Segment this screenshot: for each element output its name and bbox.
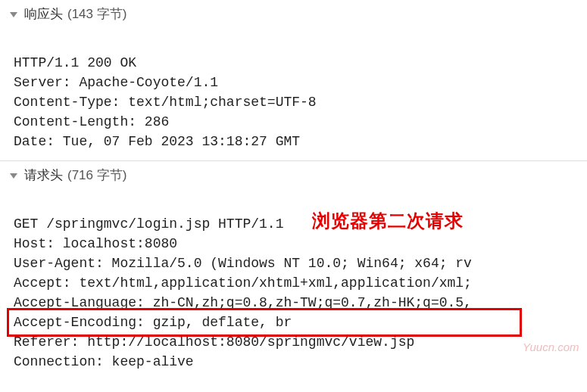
request-headers-section: 请求头 (716 字节) GET /springmvc/login.jsp HT… xyxy=(0,161,587,392)
header-line: Connection: keep-alive xyxy=(14,354,194,369)
header-line: Host: localhost:8080 xyxy=(14,236,177,251)
header-line: Accept-Language: zh-CN,zh;q=0.8,zh-TW;q=… xyxy=(14,295,472,310)
annotation-label: 浏览器第二次请求 xyxy=(312,209,464,233)
request-headers-toggle[interactable]: 请求头 (716 字节) xyxy=(0,161,587,188)
watermark-text: Yuucn.com xyxy=(523,341,579,353)
header-line: Content-Type: text/html;charset=UTF-8 xyxy=(14,95,317,110)
response-headers-size: (143 字节) xyxy=(67,5,126,23)
chevron-down-icon xyxy=(9,10,18,19)
chevron-down-icon xyxy=(9,171,18,180)
response-headers-body: HTTP/1.1 200 OK Server: Apache-Coyote/1.… xyxy=(0,27,587,160)
request-headers-size: (716 字节) xyxy=(67,166,126,184)
header-line: GET /springmvc/login.jsp HTTP/1.1 xyxy=(14,216,283,232)
request-headers-title: 请求头 xyxy=(24,166,63,184)
response-headers-section: 响应头 (143 字节) HTTP/1.1 200 OK Server: Apa… xyxy=(0,0,587,161)
header-line: User-Agent: Mozilla/5.0 (Windows NT 10.0… xyxy=(14,256,472,271)
header-line: Accept-Encoding: gzip, deflate, br xyxy=(14,315,292,330)
header-line: Content-Length: 286 xyxy=(14,114,169,129)
response-headers-title: 响应头 xyxy=(24,5,63,23)
svg-marker-0 xyxy=(10,12,17,17)
header-line: Accept: text/html,application/xhtml+xml,… xyxy=(14,275,472,291)
header-line: Date: Tue, 07 Feb 2023 13:18:27 GMT xyxy=(14,134,300,149)
header-line: Referer: http://localhost:8080/springmvc… xyxy=(14,334,414,350)
header-line: HTTP/1.1 200 OK xyxy=(14,55,136,70)
response-headers-toggle[interactable]: 响应头 (143 字节) xyxy=(0,0,587,27)
header-line: Server: Apache-Coyote/1.1 xyxy=(14,75,218,90)
svg-marker-1 xyxy=(10,173,17,179)
request-headers-body: GET /springmvc/login.jsp HTTP/1.1 Host: … xyxy=(0,188,587,392)
